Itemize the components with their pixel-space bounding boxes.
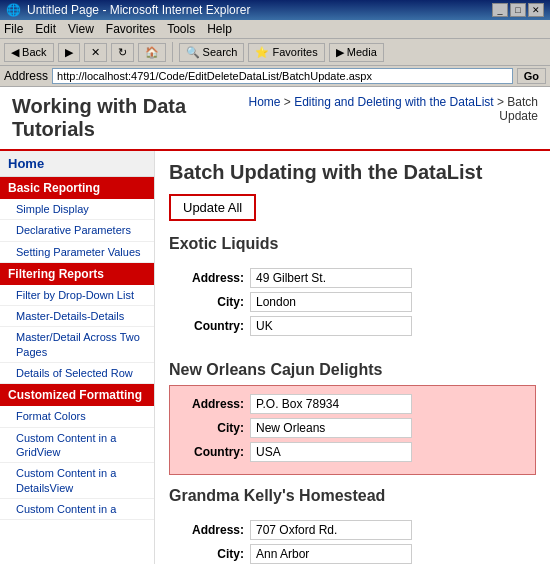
menu-favorites[interactable]: Favorites [106, 22, 155, 36]
menu-view[interactable]: View [68, 22, 94, 36]
company-section-1: New Orleans Cajun Delights Address: City… [169, 361, 536, 475]
toolbar-separator [172, 42, 173, 62]
company-details-2: Address: City: Country: [169, 511, 536, 564]
window-controls[interactable]: _ □ ✕ [492, 3, 544, 17]
field-row-city-1: City: [180, 418, 525, 438]
breadcrumb: Home > Editing and Deleting with the Dat… [244, 95, 538, 123]
refresh-button[interactable]: ↻ [111, 43, 134, 62]
breadcrumb-home[interactable]: Home [248, 95, 280, 109]
address-input-0[interactable] [250, 268, 412, 288]
forward-button[interactable]: ▶ [58, 43, 80, 62]
sidebar-section-basic-reporting: Basic Reporting [0, 177, 154, 199]
main-content: Batch Updating with the DataList Update … [155, 151, 550, 564]
company-details-1: Address: City: Country: [169, 385, 536, 475]
site-title: Working with Data Tutorials [12, 95, 244, 141]
country-input-1[interactable] [250, 442, 412, 462]
field-row-country-1: Country: [180, 442, 525, 462]
city-input-0[interactable] [250, 292, 412, 312]
menu-bar: File Edit View Favorites Tools Help [0, 20, 550, 39]
media-button[interactable]: ▶ Media [329, 43, 384, 62]
company-name-2: Grandma Kelly's Homestead [169, 487, 536, 505]
breadcrumb-page: Batch Update [499, 95, 538, 123]
close-btn[interactable]: ✕ [528, 3, 544, 17]
field-row-address-0: Address: [180, 268, 525, 288]
sidebar-item-format-colors[interactable]: Format Colors [0, 406, 154, 427]
sidebar-item-custom-detailsview[interactable]: Custom Content in a DetailsView [0, 463, 154, 499]
city-input-2[interactable] [250, 544, 412, 564]
page-title: Batch Updating with the DataList [169, 161, 536, 184]
search-button[interactable]: 🔍 Search [179, 43, 245, 62]
country-input-0[interactable] [250, 316, 412, 336]
company-section-2: Grandma Kelly's Homestead Address: City:… [169, 487, 536, 564]
update-all-button[interactable]: Update All [169, 194, 256, 221]
company-details-0: Address: City: Country: [169, 259, 536, 349]
address-label-0: Address: [180, 271, 250, 285]
window-title: Untitled Page - Microsoft Internet Explo… [27, 3, 250, 17]
content-area: Home Basic Reporting Simple Display Decl… [0, 151, 550, 564]
address-input-1[interactable] [250, 394, 412, 414]
ie-icon: 🌐 [6, 3, 21, 17]
field-row-city-0: City: [180, 292, 525, 312]
company-name-1: New Orleans Cajun Delights [169, 361, 536, 379]
maximize-btn[interactable]: □ [510, 3, 526, 17]
country-label-0: Country: [180, 319, 250, 333]
sidebar-item-master-details[interactable]: Master-Details-Details [0, 306, 154, 327]
field-row-country-0: Country: [180, 316, 525, 336]
menu-edit[interactable]: Edit [35, 22, 56, 36]
sidebar-section-filtering-reports: Filtering Reports [0, 263, 154, 285]
site-header: Working with Data Tutorials Home > Editi… [0, 87, 550, 151]
sidebar-item-custom-content[interactable]: Custom Content in a [0, 499, 154, 520]
minimize-btn[interactable]: _ [492, 3, 508, 17]
address-input-2[interactable] [250, 520, 412, 540]
menu-help[interactable]: Help [207, 22, 232, 36]
sidebar-item-filter-dropdown[interactable]: Filter by Drop-Down List [0, 285, 154, 306]
company-section-0: Exotic Liquids Address: City: Country: [169, 235, 536, 349]
city-label-1: City: [180, 421, 250, 435]
sidebar: Home Basic Reporting Simple Display Decl… [0, 151, 155, 564]
sidebar-item-custom-gridview[interactable]: Custom Content in a GridView [0, 428, 154, 464]
go-button[interactable]: Go [517, 68, 546, 84]
field-row-city-2: City: [180, 544, 525, 564]
address-input[interactable] [52, 68, 513, 84]
back-button[interactable]: ◀ Back [4, 43, 54, 62]
field-row-address-1: Address: [180, 394, 525, 414]
menu-file[interactable]: File [4, 22, 23, 36]
sidebar-item-selected-row[interactable]: Details of Selected Row [0, 363, 154, 384]
sidebar-home[interactable]: Home [0, 151, 154, 177]
country-label-1: Country: [180, 445, 250, 459]
city-label-0: City: [180, 295, 250, 309]
toolbar: ◀ Back ▶ ✕ ↻ 🏠 🔍 Search ⭐ Favorites ▶ Me… [0, 39, 550, 66]
address-label-1: Address: [180, 397, 250, 411]
page-wrapper: Working with Data Tutorials Home > Editi… [0, 87, 550, 564]
address-label: Address [4, 69, 48, 83]
address-bar: Address Go [0, 66, 550, 87]
favorites-button[interactable]: ⭐ Favorites [248, 43, 324, 62]
title-bar: 🌐 Untitled Page - Microsoft Internet Exp… [0, 0, 550, 20]
city-input-1[interactable] [250, 418, 412, 438]
city-label-2: City: [180, 547, 250, 561]
sidebar-item-simple-display[interactable]: Simple Display [0, 199, 154, 220]
address-label-2: Address: [180, 523, 250, 537]
menu-tools[interactable]: Tools [167, 22, 195, 36]
sidebar-item-master-detail-two-pages[interactable]: Master/Detail Across Two Pages [0, 327, 154, 363]
home-button[interactable]: 🏠 [138, 43, 166, 62]
sidebar-item-setting-parameter-values[interactable]: Setting Parameter Values [0, 242, 154, 263]
sidebar-section-customized-formatting: Customized Formatting [0, 384, 154, 406]
field-row-address-2: Address: [180, 520, 525, 540]
stop-button[interactable]: ✕ [84, 43, 107, 62]
breadcrumb-section[interactable]: Editing and Deleting with the DataList [294, 95, 493, 109]
company-name-0: Exotic Liquids [169, 235, 536, 253]
sidebar-item-declarative-parameters[interactable]: Declarative Parameters [0, 220, 154, 241]
